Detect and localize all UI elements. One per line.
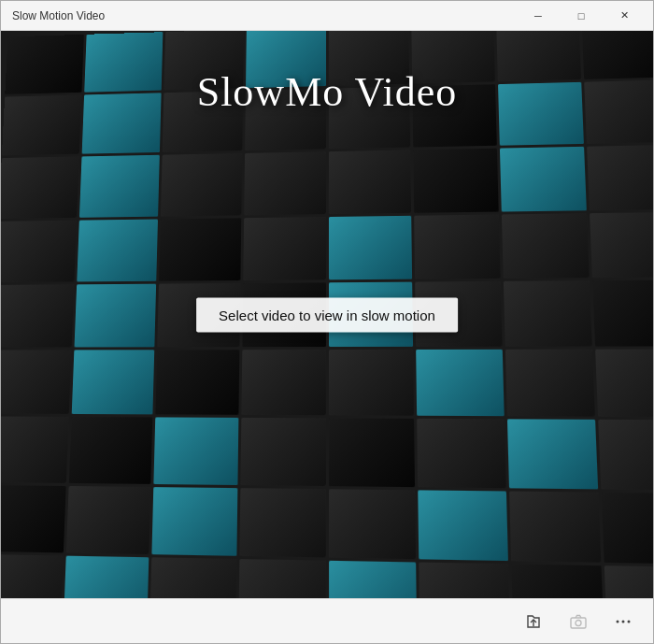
svg-point-5 <box>628 620 631 623</box>
app-window: Slow Motion Video ─ □ ✕ SlowMo Video Sel… <box>0 0 654 644</box>
open-file-button[interactable] <box>515 605 552 638</box>
app-title: SlowMo Video <box>1 68 653 116</box>
main-content: SlowMo Video Select video to view in slo… <box>1 31 653 598</box>
maximize-button[interactable]: □ <box>560 1 603 31</box>
minimize-button[interactable]: ─ <box>517 1 560 31</box>
window-controls: ─ □ ✕ <box>517 1 646 31</box>
camera-button[interactable] <box>560 605 597 638</box>
bottom-bar <box>1 598 653 643</box>
select-prompt: Select video to view in slow motion <box>196 297 458 332</box>
minimize-icon: ─ <box>534 10 542 21</box>
svg-point-3 <box>617 620 619 623</box>
close-icon: ✕ <box>620 9 629 21</box>
window-title: Slow Motion Video <box>12 9 105 22</box>
svg-rect-1 <box>571 618 586 628</box>
titlebar: Slow Motion Video ─ □ ✕ <box>1 1 653 31</box>
svg-point-4 <box>622 620 625 623</box>
more-options-icon <box>614 612 633 631</box>
close-button[interactable]: ✕ <box>603 1 646 31</box>
svg-point-2 <box>576 620 581 625</box>
more-options-button[interactable] <box>604 605 642 638</box>
camera-icon <box>569 612 588 631</box>
open-file-icon <box>524 612 543 631</box>
maximize-icon: □ <box>578 10 585 21</box>
